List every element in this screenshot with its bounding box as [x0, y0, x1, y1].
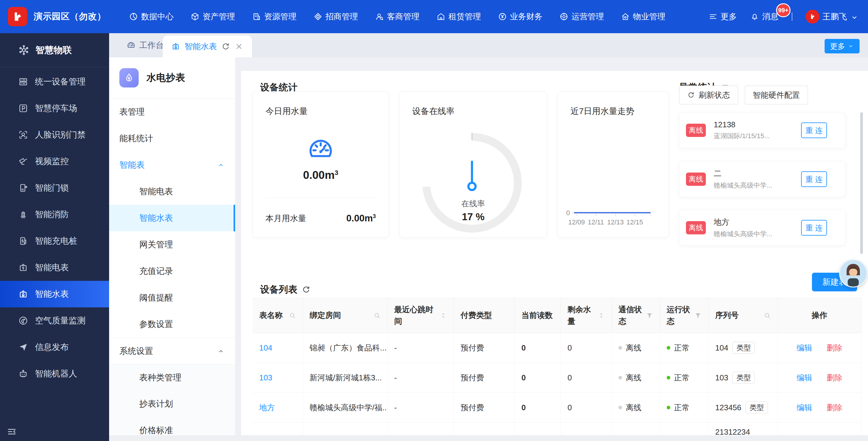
delete-link[interactable]: 删除	[827, 402, 842, 413]
nav-item-8[interactable]: 物业管理	[621, 11, 665, 22]
reconnect-button[interactable]: 重 连	[801, 220, 827, 236]
hardware-config-button[interactable]: 智能硬件配置	[745, 86, 808, 105]
delete-link[interactable]: 删除	[827, 343, 842, 353]
sorter-icon[interactable]	[598, 312, 605, 319]
column-search-wrap[interactable]	[286, 312, 296, 319]
sidebar-item-0[interactable]: 统一设备管理	[0, 68, 109, 95]
sidebar-item-9[interactable]: 空气质量监测	[0, 307, 109, 334]
water-meter-icon	[171, 42, 180, 51]
offline-badge: 离线	[686, 173, 706, 186]
submenu-item-11[interactable]: 抄表计划	[109, 391, 235, 417]
tab-smart-water-meter[interactable]: 智能水表	[163, 36, 252, 57]
nav-item-6[interactable]: 业务财务	[498, 11, 542, 22]
sorter-icon[interactable]	[440, 312, 447, 319]
assistant-avatar[interactable]	[839, 259, 867, 288]
messages-label: 消息	[762, 11, 778, 22]
camera-icon	[18, 156, 28, 167]
submenu-item-10[interactable]: 表种类管理	[109, 364, 235, 391]
submenu-item-5[interactable]: 网关管理	[109, 231, 235, 258]
column-funnel-wrap[interactable]	[644, 312, 653, 319]
diamond-icon	[313, 12, 322, 21]
nav-item-2[interactable]: 资源管理	[252, 11, 297, 22]
topbar-right: 更多 消息 99+ 王鹏飞	[709, 10, 857, 24]
user-menu[interactable]: 王鹏飞	[806, 10, 857, 24]
sidebar-item-10[interactable]: 信息发布	[0, 334, 109, 360]
sidebar-item-1[interactable]: 智慧停车场	[0, 95, 109, 122]
submenu-item-6[interactable]: 充值记录	[109, 258, 235, 285]
submenu-item-12[interactable]: 价格标准	[109, 417, 235, 435]
cell-reading: 0	[515, 393, 561, 422]
dashboard-icon	[307, 136, 335, 164]
abnormal-device-name: 二	[714, 168, 772, 179]
trend-card: 近7日用水量走势 0 12/0912/1112/1312/15	[558, 91, 669, 238]
submenu-item-3[interactable]: 智能电表	[109, 178, 235, 205]
sidebar-item-11[interactable]: 智能机器人	[0, 360, 109, 387]
menu-icon	[709, 12, 718, 21]
edit-link[interactable]: 编辑	[797, 402, 812, 413]
nav-item-1[interactable]: 资产管理	[190, 11, 235, 22]
sidebar-item-7[interactable]: 智能电表	[0, 254, 109, 281]
today-usage-value: 0.00m3	[253, 169, 389, 182]
column-header-7: 运行状态	[660, 298, 709, 333]
page-scrollbar[interactable]	[860, 112, 863, 254]
sidebar-item-5[interactable]: 智能消防	[0, 201, 109, 228]
tab-workbench-label: 工作台	[139, 40, 164, 51]
column-search-wrap[interactable]	[371, 312, 381, 319]
topbar-more[interactable]: 更多	[709, 11, 737, 22]
refresh-status-button[interactable]: 刷新状态	[679, 86, 738, 105]
submenu-item-label: 抄表计划	[139, 398, 173, 410]
submenu-item-1[interactable]: 能耗统计	[109, 125, 235, 152]
nav-item-7[interactable]: 运营管理	[559, 11, 604, 22]
search-icon[interactable]	[764, 312, 771, 319]
submenu-item-2[interactable]: 智能表	[109, 152, 235, 178]
face-scan-icon	[18, 130, 28, 140]
submenu-item-9[interactable]: 系统设置	[109, 337, 235, 364]
column-sorter-wrap[interactable]	[595, 312, 605, 319]
search-icon[interactable]	[373, 312, 381, 319]
abnormal-info: 12138蓝湖国际/1/15/15...	[714, 120, 770, 141]
nav-item-3[interactable]: 招商管理	[313, 11, 358, 22]
offline-badge: 离线	[686, 124, 706, 137]
sidebar-collapse-button[interactable]	[7, 427, 17, 437]
sidebar-item-3[interactable]: 视频监控	[0, 148, 109, 175]
submenu-item-label: 智能电表	[139, 186, 173, 197]
edit-link[interactable]: 编辑	[797, 373, 812, 383]
submenu-item-7[interactable]: 阈值提醒	[109, 285, 235, 311]
cell-meter-name[interactable]: 103	[253, 363, 303, 392]
device-list-refresh-icon[interactable]	[302, 285, 311, 294]
sidebar-item-8[interactable]: 智能水表	[0, 281, 109, 307]
reconnect-button[interactable]: 重 连	[801, 122, 827, 138]
water-meter-icon	[18, 289, 28, 299]
cell-meter-name[interactable]: 地方	[253, 393, 303, 422]
nav-item-0[interactable]: 数据中心	[129, 11, 174, 22]
submenu-item-0[interactable]: 表管理	[109, 99, 235, 125]
nav-item-5[interactable]: 租赁管理	[436, 11, 481, 22]
funnel-icon[interactable]	[694, 312, 702, 319]
abnormal-device-location: 蓝湖国际/1/15/15...	[714, 131, 770, 141]
submenu-item-8[interactable]: 参数设置	[109, 311, 235, 337]
delete-link[interactable]: 删除	[827, 373, 842, 383]
messages-button[interactable]: 消息 99+	[750, 11, 778, 22]
nav-item-label: 物业管理	[633, 11, 665, 22]
tab-refresh-icon[interactable]	[221, 42, 230, 51]
funnel-icon[interactable]	[646, 312, 653, 319]
park-name[interactable]: 演示园区（勿改）	[34, 10, 106, 23]
page-more-button[interactable]: 更多	[825, 39, 860, 53]
nav-item-4[interactable]: 客商管理	[375, 11, 420, 22]
submenu-item-4[interactable]: 智能水表	[109, 205, 235, 231]
pie-chart-icon	[129, 12, 138, 21]
column-sorter-wrap[interactable]	[437, 312, 447, 319]
sidebar-item-2[interactable]: 人脸识别门禁	[0, 122, 109, 148]
column-funnel-wrap[interactable]	[692, 312, 702, 319]
reconnect-button[interactable]: 重 连	[801, 171, 827, 187]
cell-meter-name[interactable]: 104	[253, 333, 303, 362]
edit-link[interactable]: 编辑	[797, 343, 812, 353]
column-search-wrap[interactable]	[761, 312, 771, 319]
sidebar-item-4[interactable]: 智能门锁	[0, 175, 109, 201]
trend-axis-tick	[635, 214, 635, 216]
column-header-1: 绑定房间	[303, 298, 388, 333]
column-label: 序列号	[715, 310, 739, 321]
sidebar-item-6[interactable]: 智能充电桩	[0, 228, 109, 254]
search-icon[interactable]	[289, 312, 296, 319]
tab-close-icon[interactable]	[235, 42, 244, 51]
